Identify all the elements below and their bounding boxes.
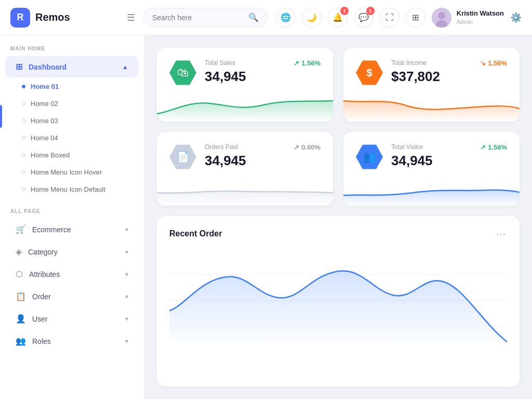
change-value: 1.56% xyxy=(301,59,321,67)
stats-cards-row: 🛍 Total Sales 34,945 ↗ 1.56% xyxy=(157,48,520,206)
sidebar-item-roles[interactable]: 👥 Roles ▾ xyxy=(5,330,139,352)
category-label: Category xyxy=(28,248,58,256)
change-value: 0.00% xyxy=(301,143,321,151)
notifications-badge: 1 xyxy=(340,7,349,15)
sidebar-subitem-home02[interactable]: Home 02 xyxy=(0,95,144,112)
app-name: Remos xyxy=(35,11,70,23)
chevron-up-icon: ▲ xyxy=(122,63,128,71)
arrow-neutral-icon: ↗ xyxy=(294,143,299,151)
chevron-down-icon: ▾ xyxy=(125,226,128,233)
sidebar-subitem-home-icon-default[interactable]: Home Menu Icon Default xyxy=(0,181,144,198)
order-icon: 📋 xyxy=(16,291,26,301)
dot-icon xyxy=(22,188,25,191)
main-content: 🛍 Total Sales 34,945 ↗ 1.56% xyxy=(144,35,532,399)
language-button[interactable]: 🌐 xyxy=(276,8,296,28)
sidebar-item-category[interactable]: ◈ Category ▾ xyxy=(5,241,139,262)
user-role: Admin xyxy=(457,18,504,25)
user-info: Kristin Watson Admin xyxy=(457,9,504,25)
attributes-icon: ⬡ xyxy=(16,269,23,279)
ecommerce-label: Ecommerce xyxy=(32,225,71,234)
expand-icon: ⛶ xyxy=(385,13,394,22)
sidebar-subitem-home01[interactable]: Home 01 xyxy=(0,78,144,95)
sidebar-subitem-home04[interactable]: Home 04 xyxy=(0,129,144,147)
stat-card-orders-paid: 📄 Orders Paid 34,945 ↗ 0.00% xyxy=(157,132,333,206)
attributes-label: Attributes xyxy=(29,270,60,278)
user-profile-block[interactable]: Kristin Watson Admin xyxy=(432,8,504,28)
home03-label: Home 03 xyxy=(31,117,58,125)
avatar xyxy=(432,8,451,28)
recent-order-title: Recent Order xyxy=(169,229,222,238)
dot-icon xyxy=(22,170,25,174)
stat-card-total-income: $ Total Income $37,802 ↘ 1.56% xyxy=(343,48,520,122)
card-meta: Orders Paid 34,945 xyxy=(205,143,285,169)
card-value: $37,802 xyxy=(391,69,472,85)
card-value: 34,945 xyxy=(205,69,285,85)
header-actions: 🌐 🌙 🔔 1 💬 1 ⛶ ⊞ xyxy=(276,8,522,28)
sidebar-subitem-home03[interactable]: Home 03 xyxy=(0,112,144,129)
dot-icon xyxy=(22,136,25,140)
home-icon-default-label: Home Menu Icon Default xyxy=(31,185,105,193)
dot-icon xyxy=(22,102,25,105)
card-title-row: Recent Order ⋯ xyxy=(169,228,507,240)
card-meta: Total Sales 34,945 xyxy=(205,59,285,85)
card-label: Total Sales xyxy=(205,59,285,66)
sparkline-area xyxy=(343,175,520,206)
sparkline-area xyxy=(157,90,333,122)
card-change: ↗ 0.00% xyxy=(294,143,321,151)
chevron-down-icon: ▾ xyxy=(125,271,128,278)
card-label: Total Visitor xyxy=(391,143,472,151)
logo-block: R Remos xyxy=(10,8,114,28)
home-boxed-label: Home Boxed xyxy=(31,151,70,159)
dot-icon xyxy=(22,119,25,123)
change-value: 1.56% xyxy=(488,143,507,151)
sidebar-item-order[interactable]: 📋 Order ▾ xyxy=(5,286,139,307)
home01-label: Home 01 xyxy=(31,83,59,90)
dot-icon xyxy=(22,153,25,157)
sparkline-area xyxy=(343,90,520,122)
roles-label: Roles xyxy=(32,337,51,345)
stat-card-total-sales: 🛍 Total Sales 34,945 ↗ 1.56% xyxy=(157,48,333,122)
chevron-down-icon: ▾ xyxy=(125,293,128,300)
notifications-button[interactable]: 🔔 1 xyxy=(328,8,348,28)
grid-icon: ⊞ xyxy=(412,12,419,22)
card-value: 34,945 xyxy=(391,153,472,169)
search-input[interactable] xyxy=(152,14,244,22)
main-layout: MAIN HOME ⊞ Dashboard ▲ Home 01 Home 02 … xyxy=(0,35,532,399)
more-options-button[interactable]: ⋯ xyxy=(496,228,507,240)
recent-order-card: Recent Order ⋯ xyxy=(157,216,520,387)
card-change: ↗ 1.56% xyxy=(294,59,321,67)
card-header: 🛍 Total Sales 34,945 ↗ 1.56% xyxy=(169,59,321,86)
card-meta: Total Visitor 34,945 xyxy=(391,143,472,169)
order-chart xyxy=(169,248,507,347)
sidebar-item-user[interactable]: 👤 User ▾ xyxy=(5,308,139,329)
sidebar-subitem-home-icon-hover[interactable]: Home Menu Icon Hover xyxy=(0,164,144,181)
order-label: Order xyxy=(32,292,51,301)
user-name: Kristin Watson xyxy=(457,9,504,18)
sidebar-item-ecommerce[interactable]: 🛒 Ecommerce ▾ xyxy=(5,219,139,240)
svg-point-1 xyxy=(438,12,445,19)
card-label: Total Income xyxy=(391,59,472,66)
expand-button[interactable]: ⛶ xyxy=(380,8,400,28)
user-label: User xyxy=(32,315,48,323)
grid-button[interactable]: ⊞ xyxy=(406,8,425,28)
arrow-up-icon: ↗ xyxy=(294,59,299,67)
chevron-down-icon: ▾ xyxy=(125,315,128,323)
messages-button[interactable]: 💬 1 xyxy=(354,8,374,28)
settings-button[interactable]: ⚙️ xyxy=(510,12,522,23)
card-header: 📄 Orders Paid 34,945 ↗ 0.00% xyxy=(169,143,321,170)
sidebar-item-dashboard[interactable]: ⊞ Dashboard ▲ xyxy=(5,56,139,77)
sidebar-toggle-button[interactable]: ☰ xyxy=(127,12,135,23)
category-icon: ◈ xyxy=(16,247,22,257)
sidebar-item-attributes[interactable]: ⬡ Attributes ▾ xyxy=(5,263,139,285)
theme-toggle-button[interactable]: 🌙 xyxy=(302,8,322,28)
card-header: 👥 Total Visitor 34,945 ↗ 1.56% xyxy=(356,143,507,170)
visitor-icon: 👥 xyxy=(356,143,383,170)
active-indicator xyxy=(0,105,2,128)
card-meta: Total Income $37,802 xyxy=(391,59,472,85)
card-change: ↗ 1.56% xyxy=(480,143,507,151)
income-icon: $ xyxy=(356,59,383,86)
moon-icon: 🌙 xyxy=(307,12,317,22)
stat-card-total-visitor: 👥 Total Visitor 34,945 ↗ 1.56% xyxy=(343,132,520,206)
search-bar[interactable]: 🔍 xyxy=(143,8,268,27)
sidebar-subitem-home-boxed[interactable]: Home Boxed xyxy=(0,147,144,164)
